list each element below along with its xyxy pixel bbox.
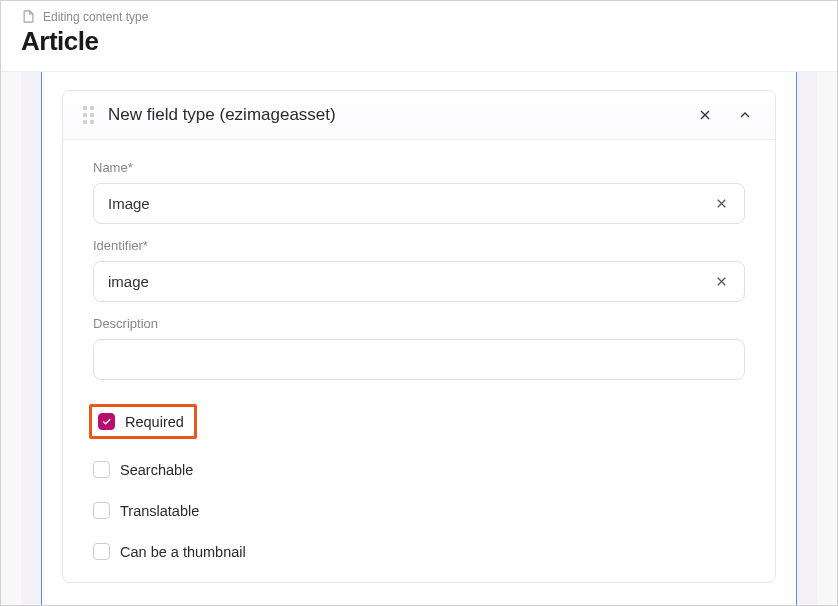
- translatable-checkbox-row[interactable]: Translatable: [93, 500, 199, 521]
- close-icon: [714, 196, 729, 211]
- thumbnail-checkbox-row[interactable]: Can be a thumbnail: [93, 541, 246, 562]
- collapse-button[interactable]: [735, 105, 755, 125]
- description-label: Description: [93, 316, 745, 331]
- drag-handle-icon[interactable]: [83, 106, 94, 124]
- check-icon: [101, 416, 112, 427]
- card-body: Name* Identifier* Descript: [63, 140, 775, 582]
- field-type-card: New field type (ezimageasset) Name*: [62, 90, 776, 583]
- required-checkbox: [98, 413, 115, 430]
- close-icon: [714, 274, 729, 289]
- page-title: Article: [21, 26, 817, 57]
- breadcrumb: Editing content type: [21, 9, 817, 24]
- chevron-up-icon: [737, 107, 753, 123]
- close-icon: [697, 107, 713, 123]
- name-clear-button[interactable]: [710, 192, 733, 215]
- translatable-checkbox: [93, 502, 110, 519]
- required-checkbox-row[interactable]: Required: [89, 404, 197, 439]
- card-actions: [695, 105, 755, 125]
- card-title: New field type (ezimageasset): [108, 105, 681, 125]
- name-input[interactable]: [93, 183, 745, 224]
- required-label: Required: [125, 414, 184, 430]
- description-input[interactable]: [93, 339, 745, 380]
- card-header: New field type (ezimageasset): [63, 91, 775, 140]
- thumbnail-checkbox: [93, 543, 110, 560]
- description-input-wrap: [93, 339, 745, 380]
- identifier-input[interactable]: [93, 261, 745, 302]
- identifier-input-wrap: [93, 261, 745, 302]
- thumbnail-label: Can be a thumbnail: [120, 544, 246, 560]
- searchable-label: Searchable: [120, 462, 193, 478]
- active-frame: New field type (ezimageasset) Name*: [41, 72, 797, 606]
- edge-padding: New field type (ezimageasset) Name*: [21, 72, 817, 606]
- name-label: Name*: [93, 160, 745, 175]
- document-icon: [21, 9, 36, 24]
- checkbox-group: Required Searchable Translatable: [93, 404, 745, 562]
- page-header: Editing content type Article: [1, 1, 837, 72]
- breadcrumb-label: Editing content type: [43, 10, 148, 24]
- identifier-label: Identifier*: [93, 238, 745, 253]
- close-button[interactable]: [695, 105, 715, 125]
- searchable-checkbox: [93, 461, 110, 478]
- searchable-checkbox-row[interactable]: Searchable: [93, 459, 193, 480]
- content-area: New field type (ezimageasset) Name*: [1, 72, 837, 606]
- identifier-clear-button[interactable]: [710, 270, 733, 293]
- name-input-wrap: [93, 183, 745, 224]
- translatable-label: Translatable: [120, 503, 199, 519]
